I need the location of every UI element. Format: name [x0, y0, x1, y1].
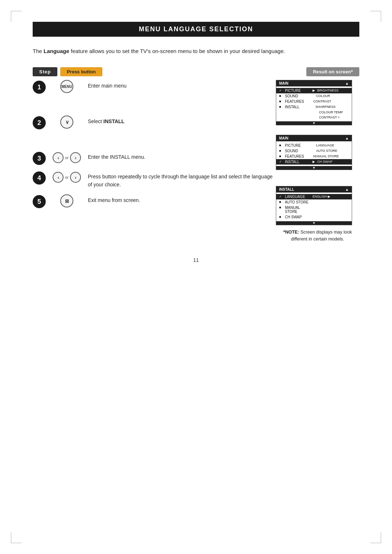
screen-3-header: INSTALL ▲: [276, 186, 352, 193]
screen-2-check-3: ✓: [279, 160, 283, 164]
screen-2-sq-1: ■: [279, 149, 283, 153]
step-3-or-group: ‹ or ›: [53, 152, 81, 163]
left-button-3[interactable]: ‹: [53, 152, 64, 163]
note-asterisk: *NOTE:: [283, 230, 299, 235]
screen-2-value-2: MANUAL STORE: [313, 154, 349, 158]
left-button-4[interactable]: ‹: [53, 172, 64, 183]
screen-3-row-2: ■ MANUAL STORE: [276, 205, 352, 214]
screen-spacer-1: [276, 130, 359, 135]
right-button-4[interactable]: ›: [70, 172, 81, 183]
screen-3-label-2: MANUAL STORE: [285, 206, 310, 214]
screens-column: MAIN ▲ ✓ PICTURE ▶ BRIGHTNESS ■ SOUND: [276, 80, 359, 243]
note-content: Screen displays may lookdifferent in cer…: [291, 230, 352, 242]
step-5-row: 5 ⊞ Exit menu from screen.: [33, 194, 276, 208]
step-4-row: 4 ‹ or › Press button repeatedly to cycl…: [33, 171, 276, 189]
column-headers: Step Press button Result on screen*: [33, 67, 359, 76]
step-1-number: 1: [33, 81, 46, 94]
screen-2-label-2: FEATURES: [285, 154, 310, 158]
step-3-button-area: ‹ or ›: [52, 151, 81, 164]
screen-1-label-0: PICTURE: [285, 89, 310, 93]
step-1-button-area: MENU: [52, 80, 81, 93]
screen-1-row-1: ■ SOUND COLOUR: [276, 93, 352, 99]
right-button-3[interactable]: ›: [70, 152, 81, 163]
page: MENU LANGUAGE SELECTION The Language fea…: [0, 0, 392, 554]
screen-2-row-2: ■ FEATURES MANUAL STORE: [276, 154, 352, 159]
step-3-row: 3 ‹ or › Enter the INSTALL menu.: [33, 151, 276, 165]
screen-1-label-1: SOUND: [285, 94, 310, 98]
screen-2-sq-2: ■: [279, 154, 283, 158]
or-label-3: or: [65, 155, 69, 160]
step-3-number: 3: [33, 152, 46, 165]
step-1-row: 1 MENU Enter main menu: [33, 80, 276, 94]
screen-1-arrow-up: ▲: [345, 81, 349, 85]
screen-2-row-1: ■ SOUND AUTO STORE: [276, 148, 352, 154]
screen-1-row-3: ■ INSTALL SHARPNESS: [276, 104, 352, 110]
step-4-number: 4: [33, 171, 46, 185]
screen-2-label-1: SOUND: [285, 149, 310, 153]
screen-3-label-3: CH SWAP: [285, 215, 310, 219]
step-2-row: 2 ∨ Select INSTALL: [33, 116, 276, 129]
step-2-button-area: ∨: [52, 116, 81, 129]
screen-3-sq-1: ■: [279, 200, 283, 204]
corner-mark-br: [370, 532, 381, 543]
intro-bold: Language: [44, 48, 69, 54]
corner-mark-bl: [11, 532, 22, 543]
screen-2-footer: ▼: [276, 166, 352, 170]
screen-3-label-0: LANGUAGE: [285, 195, 310, 199]
screen-1-value-5: CONTRAST +: [313, 116, 349, 119]
screen-2-label-3: INSTALL: [285, 160, 310, 164]
steps-column: 1 MENU Enter main menu 2 ∨ Select INSTAL…: [33, 80, 276, 243]
screen-1-label-3: INSTALL: [285, 105, 310, 109]
corner-mark-tr: [370, 11, 381, 22]
step-4-description: Press button repeatedly to cycle through…: [88, 171, 276, 189]
screen-3-footer: ▼: [276, 221, 352, 225]
intro-paragraph: The Language feature allows you to set t…: [33, 47, 359, 56]
step-header: Step: [33, 67, 57, 76]
screen-3-value-1: [313, 200, 349, 204]
screen-2-body: ■ PICTURE LANGUAGE ■ SOUND AUTO STORE ■ …: [276, 141, 352, 166]
step-4-button-area: ‹ or ›: [52, 171, 81, 184]
screen-3-title: INSTALL: [279, 187, 294, 191]
screen-1-sq-1: ■: [279, 94, 283, 98]
screen-1-arrow-0: ▶: [313, 89, 315, 93]
down-button[interactable]: ∨: [60, 116, 73, 129]
screen-2-arrow-up: ▲: [345, 136, 349, 140]
corner-mark-tl: [11, 11, 22, 22]
page-number: 11: [33, 257, 359, 263]
screen-1-value-3: SHARPNESS: [313, 105, 349, 109]
screen-spacer-2: [276, 175, 359, 186]
screen-2-row-3: ✓ INSTALL ▶ CH SWAP: [276, 159, 352, 165]
screen-1-body: ✓ PICTURE ▶ BRIGHTNESS ■ SOUND COLOUR ■: [276, 86, 352, 121]
screen-2-header: MAIN ▲: [276, 135, 352, 141]
result-header: Result on screen*: [306, 67, 359, 76]
screen-1-title: MAIN: [279, 81, 289, 85]
screen-1-check-0: ✓: [279, 89, 283, 93]
press-header: Press button: [60, 67, 102, 76]
screen-3-container: INSTALL ▲ ✓ LANGUAGE ENGLISH ▶ ■ AUTO ST…: [276, 186, 359, 243]
note-text: *NOTE: Screen displays may lookdifferent…: [276, 229, 359, 243]
screen-3-label-1: AUTO STORE: [285, 200, 310, 204]
screen-2-arrow-down: ▼: [313, 166, 316, 170]
screen-1-footer: ▼: [276, 121, 352, 125]
screen-3-row-0: ✓ LANGUAGE ENGLISH ▶: [276, 194, 352, 199]
step-1-description: Enter main menu: [88, 80, 276, 90]
screen-1-check-5: [279, 116, 283, 119]
screen-3-value-0: ENGLISH ▶: [313, 195, 349, 199]
step-5-description: Exit menu from screen.: [88, 194, 276, 205]
screen-2-value-0: LANGUAGE: [313, 143, 349, 147]
screen-1-value-1: COLOUR: [313, 94, 349, 98]
menu-button[interactable]: MENU: [60, 80, 73, 93]
screen-3-body: ✓ LANGUAGE ENGLISH ▶ ■ AUTO STORE ■ MANU…: [276, 193, 352, 221]
page-title: MENU LANGUAGE SELECTION: [33, 22, 359, 37]
screen-2-label-0: PICTURE: [285, 143, 310, 147]
screen-2-value-1: AUTO STORE: [313, 149, 349, 153]
screen-1-row-2: ■ FEATURES CONTRAST: [276, 99, 352, 104]
step-2-number: 2: [33, 116, 46, 129]
screen-3-sq-2: ■: [279, 206, 283, 214]
screen-1-sq-3: ■: [279, 105, 283, 109]
exit-button[interactable]: ⊞: [60, 194, 73, 207]
screen-1-value-2: CONTRAST: [313, 100, 349, 104]
step-4-or-group: ‹ or ›: [53, 172, 81, 183]
screen-3-row-1: ■ AUTO STORE: [276, 199, 352, 205]
step-5-button-area: ⊞: [52, 194, 81, 207]
